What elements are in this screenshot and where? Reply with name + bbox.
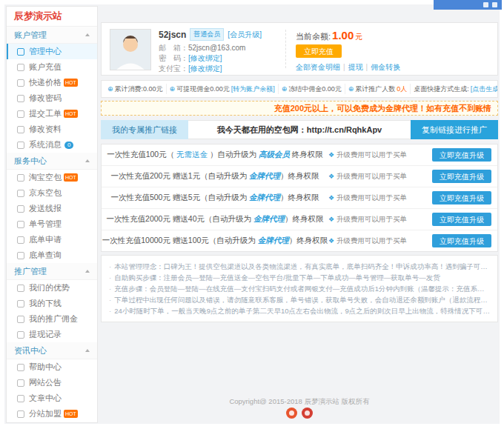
avatar: [110, 29, 151, 70]
sidebar-item-send-feed[interactable]: 发送线报: [7, 201, 97, 216]
sidebar-item-my-referrals[interactable]: 我的下线: [7, 296, 97, 311]
referral-link-bar: 我的专属推广链接 我今天都在用的空包网：http://t.cn/RqhkApv …: [101, 120, 498, 139]
member-upgrade-link[interactable]: [会员升级]: [228, 30, 262, 40]
item-label: 底单查询: [29, 250, 62, 261]
commission-convert-link[interactable]: 佣金转换: [371, 63, 400, 71]
sidebar-item-receipt-apply[interactable]: 底单申请: [7, 232, 97, 247]
alipay-label: 支付宝：: [159, 64, 188, 73]
sidebar-item-taobao-package[interactable]: 淘宝空包 HOT: [7, 170, 97, 185]
sidebar-section-service[interactable]: 服务中心: [7, 153, 97, 170]
menu-icon: [17, 221, 24, 228]
upgrade-note: ❖ 升级费用可以用于买单: [328, 150, 426, 160]
promotion-notice-banner: 充值200元以上，可以免费成为金牌代理！如有充值不到账情: [101, 101, 498, 116]
alipay-bind-link[interactable]: [修改绑定]: [188, 64, 222, 73]
sidebar-section-account[interactable]: 账户管理: [7, 27, 97, 44]
sidebar: 辰梦演示站 账户管理 管理中心 账户充值 快递价格 HOT 修改密码 提交工单 …: [6, 6, 98, 423]
section-title: 账户管理: [14, 30, 47, 41]
recharge-upgrade-button[interactable]: 立即充值升级: [432, 148, 491, 162]
sidebar-item-jd-package[interactable]: 京东空包: [7, 185, 97, 201]
item-label: 账户充值: [29, 61, 62, 73]
recharge-upgrade-button[interactable]: 立即充值升级: [432, 234, 491, 247]
sidebar-item-article-center[interactable]: 文章中心: [7, 390, 97, 406]
qq-icon[interactable]: [286, 408, 297, 419]
item-label: 我们的优势: [29, 282, 70, 293]
sidebar-item-change-password[interactable]: 修改密码: [7, 90, 97, 106]
item-label: 淘宝空包: [29, 172, 62, 183]
note-icon: ❖: [328, 216, 334, 223]
email-label: 邮 箱：: [159, 44, 188, 52]
footer-contact-icons: [101, 408, 498, 419]
hot-badge: HOT: [64, 110, 78, 118]
menu-icon: [17, 205, 24, 213]
sidebar-item-withdraw-records[interactable]: 提现记录: [7, 327, 97, 342]
item-label: 单号管理: [29, 219, 62, 230]
item-label: 修改资料: [29, 124, 62, 135]
sidebar-item-account-recharge[interactable]: 账户充值: [7, 59, 97, 75]
item-label: 文章中心: [29, 393, 62, 404]
grade-name: 金牌代理: [258, 236, 289, 245]
frozen-commission-icon: ⊕: [282, 85, 288, 93]
site-logo: 辰梦演示站: [7, 7, 97, 27]
sidebar-item-receipt-query[interactable]: 底单查询: [7, 247, 97, 263]
upgrade-offer-text: 一次性充值10000元 赠送100元（自动升级为 金牌代理）终身权限: [102, 236, 328, 246]
sidebar-item-submit-ticket[interactable]: 提交工单 HOT: [7, 106, 97, 122]
password-label: 密 码：: [159, 54, 188, 62]
email-value: 52jscn@163.com: [188, 44, 245, 52]
sidebar-item-branch-join[interactable]: 分站加盟 HOT: [7, 406, 97, 422]
hot-badge: HOT: [64, 79, 78, 87]
referral-link-label: 我的专属推广链接: [101, 120, 188, 139]
balance-label: 当前余额:: [296, 32, 331, 41]
all-funds-link[interactable]: 全部资金明细: [296, 63, 340, 71]
sidebar-item-system-messages[interactable]: 系统消息 0: [7, 137, 97, 153]
item-label: 网站公告: [29, 377, 62, 388]
tip-line: ·下单过程中出现任何问题以及错误，请勿随意联系客服，单号错误，获取单号失败，会自…: [109, 294, 490, 305]
copyright-text: Copyright@ 2015-2018 辰梦演示站 版权所有: [101, 397, 498, 407]
menu-icon: [17, 316, 24, 323]
item-label: 提现记录: [29, 329, 62, 340]
recharge-upgrade-button[interactable]: 立即充值升级: [432, 191, 491, 204]
email-row: 邮 箱：52jscn@163.com: [159, 43, 245, 53]
stats-bar: ⊕ 累计消费:0.00元 ⊕ 可提现佣金0.00元 [转为账户余额] ⊕ 冻结中…: [101, 80, 498, 98]
item-label: 修改密码: [29, 93, 62, 104]
divider: |: [366, 63, 368, 71]
menu-icon: [17, 64, 24, 71]
balance-unit: 元: [355, 33, 362, 41]
password-bind-link[interactable]: [修改绑定]: [188, 54, 222, 62]
sidebar-item-tracking-management[interactable]: 单号管理: [7, 216, 97, 232]
item-label: 我的下线: [29, 298, 62, 309]
balance-value: 1.00: [332, 29, 354, 41]
commission-icon: ⊕: [170, 85, 176, 93]
chevron-up-icon: [85, 349, 90, 352]
sidebar-item-our-advantages[interactable]: 我们的优势: [7, 280, 97, 296]
item-label: 快递价格: [29, 77, 62, 88]
sidebar-item-edit-profile[interactable]: 修改资料: [7, 122, 97, 137]
item-label: 分站加盟: [29, 408, 62, 419]
recharge-button[interactable]: 立即充值: [296, 44, 342, 58]
tip-line: ·24小时随时下单，一般当天晚9点之前的单子第二天早10点左右会出物流，9点之后…: [109, 305, 490, 316]
recharge-upgrade-button[interactable]: 立即充值升级: [432, 213, 491, 226]
copy-referral-link-button[interactable]: 复制链接进行推广: [411, 120, 498, 139]
menu-icon: [17, 331, 24, 339]
generate-shortcut-link[interactable]: [点击生成]: [471, 84, 498, 94]
username: 52jscn: [159, 30, 186, 40]
withdraw-link[interactable]: 提现: [348, 63, 363, 71]
unread-count-badge: 0: [64, 142, 73, 149]
wechat-icon[interactable]: [302, 408, 313, 419]
sidebar-item-help-center[interactable]: 帮助中心: [7, 359, 97, 375]
sidebar-item-express-price[interactable]: 快递价格 HOT: [7, 75, 97, 90]
sidebar-item-management-center[interactable]: 管理中心: [7, 44, 97, 59]
widget-icon: [492, 2, 497, 7]
top-right-service-widget[interactable]: [434, 0, 502, 10]
chevron-up-icon: [85, 159, 90, 162]
sidebar-item-site-announcements[interactable]: 网站公告: [7, 375, 97, 390]
convert-to-balance-link[interactable]: [转为账户余额]: [231, 84, 275, 94]
note-icon: ❖: [328, 194, 334, 202]
note-icon: ❖: [328, 237, 334, 245]
sidebar-section-promotion[interactable]: 推广管理: [7, 263, 97, 280]
tips-panel: ·本站管理理念：口碑为王！提供空包渠道以及各类物流渠道，有真实底单，底单扫码齐全…: [101, 255, 498, 322]
sidebar-item-my-commission[interactable]: 我的推广佣金: [7, 311, 97, 327]
sidebar-section-info[interactable]: 资讯中心: [7, 342, 97, 359]
recharge-upgrade-button[interactable]: 立即充值升级: [432, 170, 491, 183]
upgrade-row: 一次性充值10000元 赠送100元（自动升级为 金牌代理）终身权限 ❖ 升级费…: [102, 230, 497, 251]
menu-icon: [17, 395, 24, 402]
